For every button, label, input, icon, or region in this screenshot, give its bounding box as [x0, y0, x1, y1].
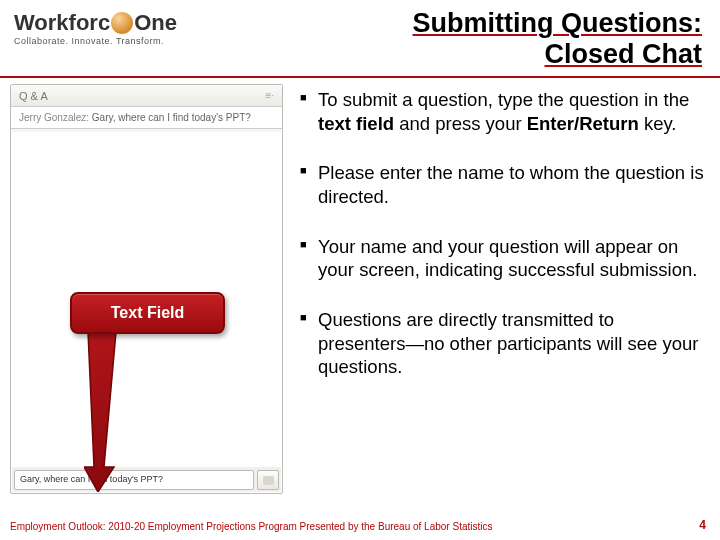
qa-input-row: Gary, where can I find today's PPT?	[14, 470, 279, 490]
bullet-1: To submit a question, type the question …	[298, 88, 706, 135]
qa-message-text: Gary, where can I find today's PPT?	[89, 112, 251, 123]
content-row: Q & A ≡· Jerry Gonzalez: Gary, where can…	[0, 78, 720, 498]
slide-title-line2: Closed Chat	[413, 39, 703, 70]
footer-text: Employment Outlook: 2010-20 Employment P…	[10, 521, 492, 532]
globe-icon	[111, 12, 133, 34]
callout-label: Text Field	[111, 304, 185, 322]
chat-bubble-icon	[263, 476, 274, 485]
logo-block: Workforc One Collaborate. Innovate. Tran…	[14, 8, 177, 46]
qa-panel-title: Q & A	[19, 90, 48, 102]
qa-panel: Q & A ≡· Jerry Gonzalez: Gary, where can…	[10, 84, 283, 494]
qa-message: Jerry Gonzalez: Gary, where can I find t…	[11, 107, 282, 129]
left-column: Q & A ≡· Jerry Gonzalez: Gary, where can…	[10, 84, 288, 498]
qa-panel-header: Q & A ≡·	[11, 85, 282, 107]
bullet-list: To submit a question, type the question …	[298, 88, 706, 379]
page-number: 4	[699, 518, 706, 532]
logo: Workforc One	[14, 12, 177, 34]
logo-text-part1: Workforc	[14, 12, 110, 34]
footer: Employment Outlook: 2010-20 Employment P…	[10, 518, 706, 532]
logo-tagline: Collaborate. Innovate. Transform.	[14, 36, 177, 46]
qa-message-author: Jerry Gonzalez:	[19, 112, 89, 123]
bullet-3: Your name and your question will appear …	[298, 235, 706, 282]
bullet-2: Please enter the name to whom the questi…	[298, 161, 706, 208]
title-block: Submitting Questions: Closed Chat	[413, 8, 707, 70]
qa-text-input[interactable]: Gary, where can I find today's PPT?	[14, 470, 254, 490]
qa-send-button[interactable]	[257, 470, 279, 490]
slide-title-line1: Submitting Questions:	[413, 8, 703, 39]
logo-text-part2: One	[134, 12, 177, 34]
text-field-callout: Text Field	[70, 292, 225, 334]
right-column: To submit a question, type the question …	[294, 84, 710, 498]
slide-header: Workforc One Collaborate. Innovate. Tran…	[0, 0, 720, 74]
qa-panel-menu-icon[interactable]: ≡·	[265, 90, 274, 101]
bullet-4: Questions are directly transmitted to pr…	[298, 308, 706, 379]
